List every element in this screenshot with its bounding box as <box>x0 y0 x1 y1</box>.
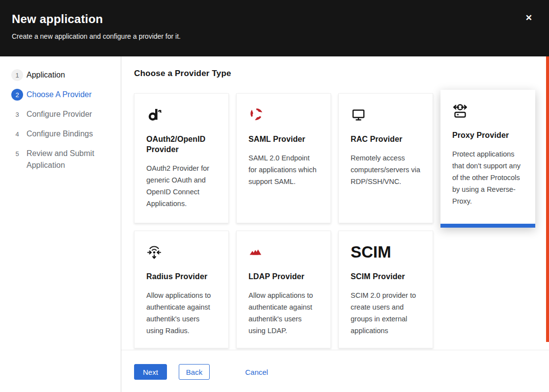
monitor-icon <box>351 105 421 124</box>
scim-logo-text: SCIM <box>351 243 391 261</box>
provider-card-title: RAC Provider <box>351 134 421 144</box>
wizard-content-column: Choose a Provider Type OAuth2/O <box>121 56 549 392</box>
provider-card-radius[interactable]: Radius Provider Allow applications to au… <box>134 231 229 348</box>
step-label: Review and Submit Application <box>27 148 110 171</box>
modal-header: New application Create a new application… <box>0 0 549 56</box>
wizard-content-area: Choose a Provider Type OAuth2/O <box>121 56 549 350</box>
step-number-badge: 3 <box>11 108 23 120</box>
back-button[interactable]: Back <box>179 364 210 380</box>
page-title: Choose a Provider Type <box>134 68 549 79</box>
cancel-button[interactable]: Cancel <box>245 364 268 380</box>
provider-card-title: SCIM Provider <box>351 271 421 282</box>
step-number-badge: 2 <box>11 89 23 101</box>
ldap-icon <box>248 243 319 261</box>
provider-card-title: LDAP Provider <box>248 271 319 282</box>
provider-card-title: OAuth2/OpenID Provider <box>146 134 217 155</box>
wizard-step-review-and-submit[interactable]: 5 Review and Submit Application <box>11 148 112 171</box>
provider-card-rac[interactable]: RAC Provider Remotely access computers/s… <box>338 93 433 223</box>
wizard-step-configure-provider[interactable]: 3 Configure Provider <box>11 108 112 120</box>
step-number-badge: 1 <box>11 69 23 81</box>
modal-subtitle: Create a new application and configure a… <box>12 32 537 40</box>
provider-card-proxy[interactable]: Proxy Provider Protect applications that… <box>440 90 535 228</box>
next-button[interactable]: Next <box>134 364 167 380</box>
provider-card-description: SCIM 2.0 provider to create users and gr… <box>351 289 421 337</box>
proxy-icon <box>452 102 523 120</box>
step-label: Application <box>27 69 65 81</box>
provider-card-title: SAML Provider <box>248 134 319 144</box>
step-number-badge: 4 <box>11 128 23 140</box>
provider-card-title: Radius Provider <box>146 271 217 282</box>
provider-card-description: SAML 2.0 Endpoint for applications which… <box>248 152 319 187</box>
wizard-step-application[interactable]: 1 Application <box>11 69 112 81</box>
wizard-steps-nav: 1 Application 2 Choose A Provider 3 Conf… <box>0 56 121 392</box>
provider-card-description: Allow applications to authenticate again… <box>248 289 319 337</box>
provider-card-description: Allow applications to authenticate again… <box>146 289 217 337</box>
new-application-modal: New application Create a new application… <box>0 0 549 392</box>
background-accent-strip <box>546 56 549 342</box>
provider-card-description: Remotely access computers/servers via RD… <box>351 152 421 187</box>
provider-card-title: Proxy Provider <box>452 130 523 140</box>
provider-type-grid: OAuth2/OpenID Provider OAuth2 Provider f… <box>134 93 535 348</box>
provider-card-ldap[interactable]: LDAP Provider Allow applications to auth… <box>236 231 331 348</box>
provider-card-scim[interactable]: SCIM SCIM Provider SCIM 2.0 provider to … <box>338 231 433 348</box>
scim-logo: SCIM <box>351 243 421 261</box>
openid-icon <box>146 105 217 124</box>
step-label: Configure Bindings <box>27 128 93 140</box>
wizard-step-choose-a-provider[interactable]: 2 Choose A Provider <box>11 89 112 101</box>
close-icon[interactable]: ✕ <box>525 14 532 22</box>
radius-icon <box>146 243 217 261</box>
modal-body: 1 Application 2 Choose A Provider 3 Conf… <box>0 56 549 392</box>
wizard-step-configure-bindings[interactable]: 4 Configure Bindings <box>11 128 112 140</box>
provider-card-oauth2-openid[interactable]: OAuth2/OpenID Provider OAuth2 Provider f… <box>134 93 229 223</box>
step-label: Choose A Provider <box>27 89 92 101</box>
step-number-badge: 5 <box>11 148 23 159</box>
provider-card-description: Protect applications that don't support … <box>452 148 523 207</box>
wizard-footer: Next Back Cancel <box>121 350 549 392</box>
provider-card-description: OAuth2 Provider for generic OAuth and Op… <box>146 162 217 209</box>
saml-icon <box>248 105 319 124</box>
step-label: Configure Provider <box>27 108 92 120</box>
modal-title: New application <box>12 12 537 26</box>
provider-card-saml[interactable]: SAML Provider SAML 2.0 Endpoint for appl… <box>236 93 331 223</box>
